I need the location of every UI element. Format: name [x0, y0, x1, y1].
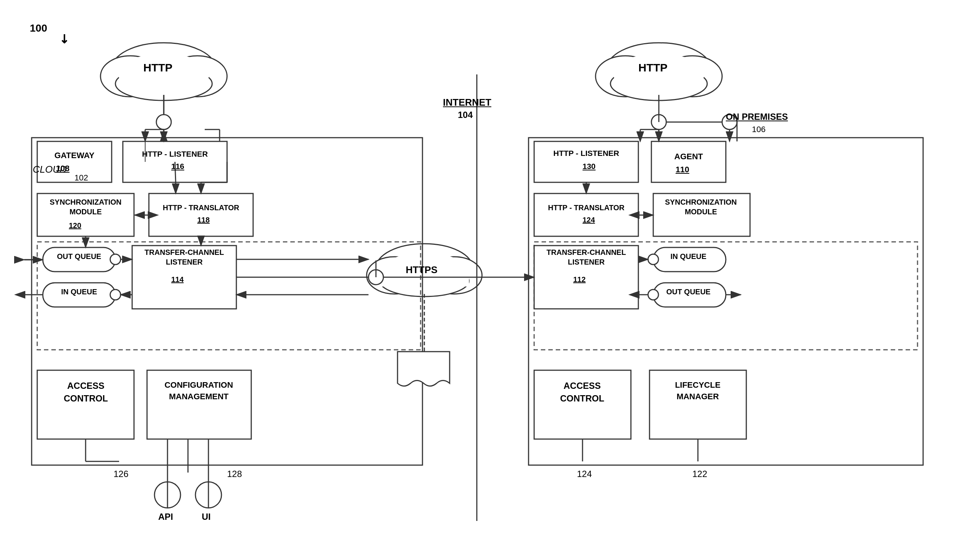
transfer-channel-112-number: 112 — [573, 275, 586, 284]
svg-point-11 — [662, 56, 722, 97]
ref-122: 122 — [692, 469, 707, 479]
on-premises-label: ON PREMISES — [726, 112, 788, 122]
api-label: API — [158, 512, 173, 522]
http-cloud-right-label: HTTP — [638, 61, 667, 74]
svg-rect-14 — [614, 75, 703, 89]
figure-number: 100 — [30, 22, 47, 34]
svg-rect-28 — [528, 138, 923, 465]
svg-point-90 — [195, 482, 221, 508]
access-control-right-label: ACCESSCONTROL — [536, 380, 628, 404]
agent-number: 110 — [676, 165, 689, 174]
https-cloud-label: HTTPS — [406, 264, 437, 276]
in-queue-left-label: IN QUEUE — [47, 288, 112, 296]
http-listener-116-label: HTTP - LISTENER — [125, 149, 225, 159]
internet-label: INTERNET — [443, 97, 491, 108]
http-translator-118-number: 118 — [197, 216, 210, 224]
out-queue-right-label: OUT QUEUE — [656, 288, 721, 296]
svg-point-25 — [652, 115, 666, 129]
ref-126: 126 — [114, 469, 128, 479]
http-translator-124-number: 124 — [583, 216, 595, 224]
ref-128: 128 — [227, 469, 242, 479]
http-translator-124-label: HTTP - TRANSLATOR — [536, 203, 636, 213]
sync-module-right-label: SYNCHRONIZATIONMODULE — [655, 197, 747, 216]
svg-rect-41 — [652, 142, 726, 182]
ui-label: UI — [202, 512, 211, 522]
svg-point-56 — [110, 254, 121, 264]
gateway-number: 108 — [56, 164, 70, 173]
http-cloud-left-label: HTTP — [143, 61, 172, 74]
diagram-svg — [0, 0, 954, 560]
http-listener-116-number: 116 — [171, 162, 184, 171]
svg-point-58 — [110, 289, 121, 300]
lifecycle-manager-label: LIFECYCLEMANAGER — [651, 380, 745, 403]
access-control-left-label: ACCESSCONTROL — [40, 380, 131, 404]
svg-point-22 — [156, 115, 171, 129]
transfer-channel-114-label: TRANSFER-CHANNELLISTENER — [134, 247, 234, 267]
in-queue-right-label: IN QUEUE — [656, 252, 721, 261]
on-premises-number: 106 — [752, 124, 765, 134]
svg-rect-8 — [119, 75, 209, 89]
sync-module-120-label: SYNCHRONIZATIONMODULE — [39, 197, 132, 216]
svg-point-62 — [368, 270, 383, 285]
fig-arrow: ↘ — [56, 30, 73, 47]
sync-module-120-number: 120 — [69, 221, 81, 230]
http-listener-130-label: HTTP - LISTENER — [536, 149, 636, 158]
out-queue-left-label: OUT QUEUE — [47, 252, 112, 261]
svg-rect-42 — [534, 193, 638, 236]
config-mgmt-label: CONFIGURATIONMANAGEMENT — [149, 380, 249, 403]
http-listener-130-number: 130 — [583, 162, 595, 171]
gateway-label: GATEWAY — [39, 151, 110, 160]
ref-124-right: 124 — [577, 469, 592, 479]
transfer-channel-114-number: 114 — [171, 275, 184, 284]
agent-label: AGENT — [653, 152, 724, 162]
internet-number: 104 — [458, 110, 473, 120]
cloud-region-number: 102 — [75, 173, 88, 183]
diagram: 100 ↘ CLOUD 102 INTERNET 104 ON PREMISES… — [0, 0, 954, 560]
transfer-channel-112-label: TRANSFER-CHANNELLISTENER — [536, 247, 636, 267]
svg-rect-34 — [149, 193, 253, 236]
async-doc-shape — [396, 350, 452, 391]
svg-point-89 — [154, 482, 181, 508]
http-translator-118-label: HTTP - TRANSLATOR — [151, 203, 251, 213]
svg-point-5 — [167, 56, 227, 97]
svg-rect-27 — [32, 138, 422, 465]
